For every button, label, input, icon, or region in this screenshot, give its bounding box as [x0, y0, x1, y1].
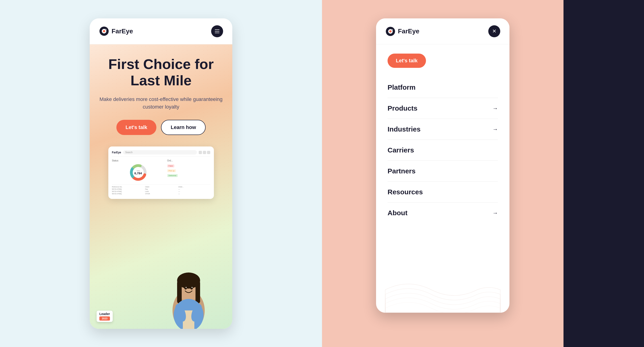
hamburger-button[interactable]	[211, 25, 223, 37]
phone-hero: First Choice for Last Mile Make deliveri…	[90, 44, 232, 329]
hero-title: First Choice for Last Mile	[99, 56, 223, 89]
menu-content: Let's talk Platform Products → Industrie…	[376, 44, 510, 313]
fareye-logo-icon	[99, 26, 109, 36]
leader-text: Leader	[99, 312, 110, 316]
table-cell: Lorel	[145, 191, 177, 192]
donut-number: 6,784	[134, 172, 142, 175]
orders-section: Ord... False Pick up Delivered	[167, 159, 210, 182]
order-tag-pickup: Pick up	[167, 169, 176, 172]
dashboard-mini-header: FarEye Search	[112, 150, 210, 156]
phone-header: FarEye	[90, 18, 232, 44]
table-row: 56723-4769Q VITOR —	[112, 193, 210, 194]
donut-chart: Total 6,784	[129, 163, 148, 182]
svg-rect-12	[177, 280, 182, 304]
mini-icons	[199, 151, 210, 154]
lets-talk-button[interactable]: Let's talk	[116, 120, 157, 135]
leader-year: 2023	[101, 317, 108, 320]
table-cell: Fay	[145, 188, 177, 190]
svg-point-4	[106, 30, 106, 30]
left-panel: FarEye First Choice for Last Mile Make d…	[0, 0, 322, 347]
hero-buttons: Let's talk Learn how	[116, 120, 206, 135]
menu-item-carriers[interactable]: Carriers	[388, 140, 498, 161]
menu-fareye-logo-icon	[385, 26, 396, 36]
donut-center: Total 6,784	[134, 170, 142, 175]
logo-text: FarEye	[112, 28, 133, 35]
svg-point-24	[390, 30, 392, 32]
svg-point-2	[103, 30, 105, 32]
hamburger-icon	[215, 30, 220, 33]
person-image	[163, 264, 214, 329]
menu-logo-area: FarEye	[385, 26, 419, 36]
menu-item-about[interactable]: About →	[388, 202, 498, 223]
order-tag-delivered: Delivered	[167, 174, 178, 177]
status-label: Status	[112, 159, 164, 162]
hero-subtitle: Make deliveries more cost-effective whil…	[99, 96, 223, 110]
industries-arrow-icon: →	[492, 126, 498, 132]
close-menu-button[interactable]: ✕	[488, 25, 500, 37]
about-arrow-icon: →	[492, 210, 498, 216]
menu-item-resources-label: Resources	[388, 188, 423, 196]
right-panel: FarEye ✕ Let's talk	[322, 0, 644, 347]
mini-table: Reference No. Client Order... 56723-4769…	[112, 184, 210, 194]
table-cell: 56723-4769Q	[112, 193, 144, 194]
table-cell: —	[178, 191, 210, 192]
left-phone-frame: FarEye First Choice for Last Mile Make d…	[90, 18, 232, 329]
svg-rect-13	[196, 280, 200, 304]
menu-phone-frame: FarEye ✕ Let's talk	[376, 18, 510, 313]
svg-point-21	[192, 287, 192, 288]
menu-logo-text: FarEye	[398, 28, 419, 35]
svg-point-20	[186, 287, 186, 288]
right-dark-bg	[564, 0, 644, 347]
logo-area: FarEye	[99, 26, 133, 36]
table-cell: VITOR	[145, 193, 177, 194]
menu-header: FarEye ✕	[376, 18, 510, 44]
close-icon: ✕	[492, 28, 496, 34]
table-cell-ref: Reference No.	[112, 186, 144, 188]
mini-icon-3	[207, 151, 210, 154]
table-cell: —	[178, 193, 210, 194]
table-cell-order: Order...	[178, 186, 210, 188]
table-cell: 56723-4769Q	[112, 191, 144, 192]
menu-item-platform[interactable]: Platform	[388, 77, 498, 98]
mini-icon-2	[203, 151, 206, 154]
table-cell: 56723-4769Q	[112, 188, 144, 190]
menu-item-products-label: Products	[388, 104, 418, 112]
mini-logo: FarEye	[112, 151, 121, 154]
status-section: Status Total 6,784	[112, 159, 164, 182]
table-cell: —	[178, 188, 210, 190]
menu-item-partners-label: Partners	[388, 167, 416, 175]
menu-item-industries-label: Industries	[388, 125, 420, 133]
table-row: 56723-4769Q Fay —	[112, 188, 210, 190]
table-cell-client: Client	[145, 186, 177, 188]
svg-point-18	[184, 286, 187, 290]
menu-wave-bg	[376, 244, 510, 313]
menu-item-about-label: About	[388, 209, 408, 217]
right-pink-bg: FarEye ✕ Let's talk	[322, 0, 564, 347]
orders-label: Ord...	[167, 159, 210, 162]
learn-how-button[interactable]: Learn how	[161, 120, 206, 135]
menu-item-resources[interactable]: Resources	[388, 182, 498, 202]
menu-item-partners[interactable]: Partners	[388, 161, 498, 182]
table-row: 56723-4769Q Lorel —	[112, 191, 210, 192]
lets-talk-menu-button[interactable]: Let's talk	[388, 54, 426, 68]
products-arrow-icon: →	[492, 105, 498, 112]
mini-search: Search	[123, 150, 197, 154]
donut-total-label: Total	[134, 170, 142, 172]
menu-item-platform-label: Platform	[388, 84, 416, 91]
menu-item-carriers-label: Carriers	[388, 146, 414, 154]
svg-point-19	[190, 286, 193, 290]
menu-item-industries[interactable]: Industries →	[388, 119, 498, 140]
leader-badge-bar: 2023	[99, 316, 110, 320]
table-row: Reference No. Client Order...	[112, 186, 210, 188]
order-tag-failed: False	[167, 164, 174, 168]
mini-icon-1	[199, 151, 202, 154]
menu-item-products[interactable]: Products →	[388, 98, 498, 119]
dashboard-preview: FarEye Search Status	[99, 146, 223, 328]
dashboard-content: Status Total 6,784	[112, 159, 210, 182]
leader-badge: Leader 2023	[96, 311, 113, 322]
dashboard-card: FarEye Search Status	[108, 146, 214, 199]
svg-point-26	[392, 30, 392, 30]
